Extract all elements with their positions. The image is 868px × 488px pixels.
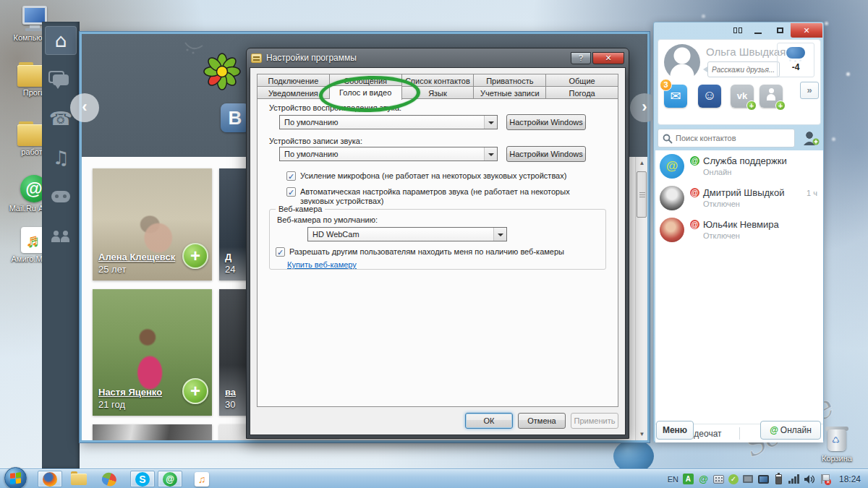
contact-row[interactable]: @ Дмитрий Швыдкой Отключен 1 ч bbox=[655, 182, 823, 214]
search-input[interactable] bbox=[676, 130, 791, 146]
record-device-label: Устройство записи звука: bbox=[269, 137, 362, 145]
dialog-titlebar[interactable]: Настройки программы ? ✕ bbox=[247, 48, 629, 67]
profile-card[interactable]: Алена Клещевск 25 лет + bbox=[93, 168, 212, 281]
tile-window-icon[interactable] bbox=[728, 23, 747, 38]
auto-tune-checkbox[interactable]: ✓ bbox=[286, 187, 296, 197]
taskbar-explorer-button[interactable] bbox=[67, 471, 91, 487]
scroll-down-icon[interactable]: ▼ bbox=[636, 428, 648, 440]
sidebar-item-music[interactable]: ♫ bbox=[45, 143, 77, 172]
vk-logo-badge[interactable]: B bbox=[221, 103, 250, 132]
tab-accounts[interactable]: Учетные записи bbox=[474, 86, 546, 99]
tray-window-icon[interactable] bbox=[743, 475, 753, 483]
minimize-button[interactable] bbox=[747, 23, 769, 38]
cancel-button[interactable]: Отмена bbox=[518, 413, 566, 429]
tray-update-icon[interactable]: ✓ bbox=[728, 474, 739, 484]
webcam-allow-checkbox[interactable]: ✓ bbox=[276, 247, 285, 257]
icq-flower-logo bbox=[203, 53, 241, 90]
sidebar-item-contacts[interactable] bbox=[45, 221, 77, 250]
tray-antivirus-icon[interactable]: A bbox=[683, 474, 694, 484]
status-offline-icon: @ bbox=[690, 188, 699, 197]
add-friend-button[interactable]: + bbox=[182, 378, 208, 404]
apply-button[interactable]: Применить bbox=[571, 413, 618, 429]
chevron-down-icon bbox=[484, 147, 497, 160]
tab-connection[interactable]: Подключение bbox=[257, 74, 330, 87]
browser-scrollbar[interactable]: ▲ ▼ bbox=[635, 157, 647, 440]
taskbar-paint-button[interactable] bbox=[97, 471, 122, 487]
contact-row[interactable]: @ @ Служба поддержки Онлайн bbox=[655, 150, 823, 182]
profile-name-link[interactable]: Д bbox=[225, 252, 235, 262]
playback-device-select[interactable]: По умолчанию bbox=[279, 115, 498, 129]
mic-boost-checkbox[interactable]: ✓ bbox=[286, 171, 296, 181]
mail-unread-badge: 3 bbox=[660, 79, 672, 91]
buy-webcam-link[interactable]: Купить веб-камеру bbox=[287, 260, 357, 269]
add-contact-button[interactable] bbox=[802, 130, 820, 146]
weather-widget[interactable]: -4 bbox=[777, 43, 814, 77]
mail-button[interactable]: ✉ 3 bbox=[664, 85, 687, 108]
profile-name-link[interactable]: Алена Клещевск bbox=[98, 252, 175, 262]
start-button[interactable] bbox=[4, 467, 27, 488]
smile-doodle-icon bbox=[183, 40, 205, 56]
maximize-button[interactable] bbox=[769, 23, 791, 38]
icq-service-button[interactable]: ☺ bbox=[698, 85, 721, 108]
tray-display-icon[interactable] bbox=[758, 475, 769, 484]
online-status-button[interactable]: @Онлайн bbox=[760, 421, 821, 440]
taskbar-music-button[interactable]: ♫ bbox=[190, 471, 214, 487]
webcam-select[interactable]: HD WebCam bbox=[307, 227, 507, 241]
avatar[interactable] bbox=[664, 44, 700, 80]
dialog-close-button[interactable]: ✕ bbox=[592, 52, 624, 64]
add-friend-button[interactable]: + bbox=[182, 243, 208, 269]
ok-button[interactable]: ОК bbox=[465, 413, 513, 429]
contact-avatar bbox=[660, 218, 684, 242]
close-button[interactable]: ✕ bbox=[791, 23, 822, 38]
profile-card[interactable]: Настя Яценко 21 год + bbox=[93, 289, 212, 416]
taskbar-skype-button[interactable]: S bbox=[130, 471, 155, 487]
scroll-up-icon[interactable]: ▲ bbox=[636, 157, 648, 169]
menu-button[interactable]: Меню bbox=[656, 421, 694, 440]
record-device-select[interactable]: По умолчанию bbox=[279, 147, 498, 161]
mail-icon: ✉ bbox=[670, 89, 681, 103]
expand-panel-button[interactable]: » bbox=[800, 82, 819, 99]
scrollbar-thumb[interactable] bbox=[637, 171, 647, 218]
sidebar-item-games[interactable] bbox=[45, 182, 77, 211]
tray-volume-icon[interactable] bbox=[804, 474, 815, 484]
profile-name-link[interactable]: ва bbox=[225, 387, 236, 398]
smiley-icon: ☺ bbox=[702, 87, 716, 103]
taskbar-clock[interactable]: 18:24 bbox=[839, 474, 861, 484]
gamepad-icon bbox=[51, 191, 70, 202]
folder-icon bbox=[71, 474, 87, 485]
tray-agent-icon[interactable]: @ bbox=[698, 474, 709, 484]
people-icon bbox=[51, 229, 70, 242]
status-input[interactable] bbox=[707, 61, 780, 77]
nav-back-button[interactable]: ‹ bbox=[70, 93, 99, 122]
profile-card[interactable] bbox=[93, 424, 212, 440]
contact-row[interactable]: @ Юль4ик Невмира Отключен bbox=[655, 214, 823, 246]
system-tray: EN A @ ✓ ✕ 18:24 bbox=[668, 469, 868, 488]
windows-settings-button-playback[interactable]: Настройки Windows bbox=[506, 114, 586, 130]
sidebar-item-home[interactable]: ⌂ bbox=[45, 26, 77, 55]
tray-signal-icon[interactable] bbox=[788, 474, 799, 484]
home-icon: ⌂ bbox=[55, 31, 67, 50]
profile-name-link[interactable]: Настя Яценко bbox=[98, 387, 162, 398]
sidebar-item-chats[interactable] bbox=[45, 65, 77, 94]
icq-header-card: Ольга Швыдкая -4 ✉ 3 ☺ vk + + bbox=[658, 39, 821, 125]
plus-icon: + bbox=[775, 100, 786, 111]
tab-general[interactable]: Общие bbox=[546, 74, 618, 87]
music-note-icon: ♫ bbox=[195, 472, 209, 487]
contact-avatar bbox=[660, 186, 684, 210]
ok-connect-button[interactable]: + bbox=[760, 85, 783, 108]
windows-settings-button-record[interactable]: Настройки Windows bbox=[506, 146, 586, 162]
tab-weather[interactable]: Погода bbox=[546, 86, 618, 99]
dialog-body: Подключение Сообщения Список контактов П… bbox=[250, 67, 626, 435]
taskbar-agent-button[interactable]: @ bbox=[158, 471, 182, 487]
tray-battery-icon[interactable] bbox=[775, 474, 782, 484]
recycle-bin-icon: ♺ bbox=[825, 425, 849, 453]
webcam-group-label: Веб-камера bbox=[276, 205, 325, 213]
vk-connect-button[interactable]: vk + bbox=[731, 85, 754, 108]
dialog-help-button[interactable]: ? bbox=[571, 52, 591, 64]
tab-privacy[interactable]: Приватность bbox=[474, 74, 546, 87]
tray-action-center-icon[interactable]: ✕ bbox=[821, 474, 828, 484]
language-indicator[interactable]: EN bbox=[668, 475, 678, 484]
taskbar-firefox-button[interactable] bbox=[38, 471, 62, 487]
webcam-groupbox: Веб-камера Веб-камера по умолчанию: HD W… bbox=[269, 209, 606, 270]
tray-keyboard-icon[interactable] bbox=[713, 475, 724, 484]
